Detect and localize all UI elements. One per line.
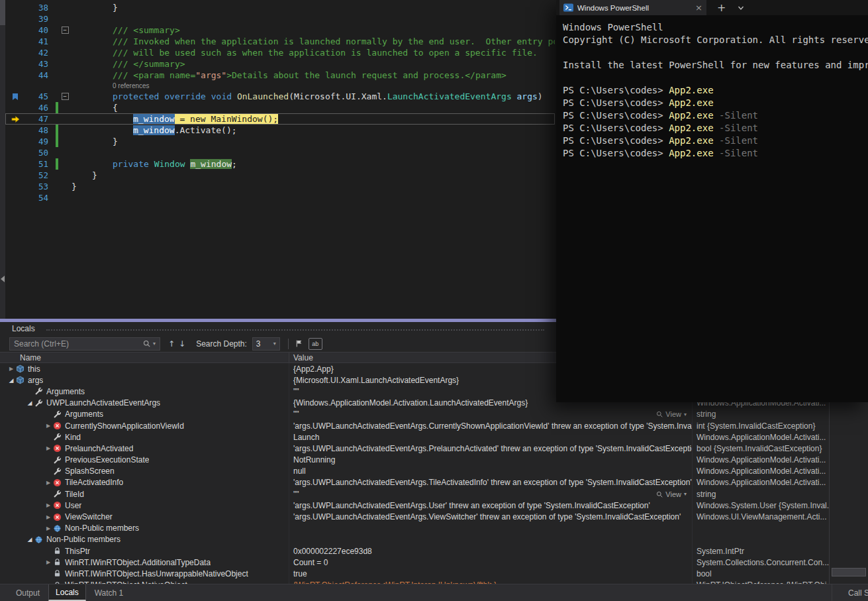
locals-row[interactable]: ▶WinRT.IWinRTObject.AdditionalTypeDataCo… [0, 557, 829, 568]
expand-arrow-icon[interactable]: ▶ [44, 445, 53, 451]
bookmark-icon[interactable] [5, 91, 25, 102]
pane-splitter[interactable] [0, 319, 556, 322]
tab-locals[interactable]: Locals [48, 584, 86, 601]
line-number[interactable]: 40 [25, 25, 50, 36]
line-number[interactable]: 45 [25, 91, 50, 102]
locals-row[interactable]: ▶Non-Public members [0, 523, 829, 534]
scrollbar-thumb[interactable] [0, 0, 5, 25]
expand-arrow-icon[interactable]: ▶ [44, 514, 53, 520]
fold-marker[interactable]: − [62, 27, 69, 34]
chevron-down-icon[interactable]: ▾ [153, 341, 156, 347]
left-scrollbar-strip[interactable] [0, 0, 5, 319]
breakpoint-margin[interactable] [5, 125, 25, 136]
scrollbar-thumb[interactable] [832, 568, 866, 576]
view-button[interactable]: View▾ [652, 488, 687, 500]
locals-row[interactable]: TileId""View▾string [0, 488, 829, 500]
line-number[interactable]: 53 [25, 181, 50, 192]
locals-row[interactable]: ▶User'args.UWPLaunchActivatedEventArgs.U… [0, 500, 829, 511]
search-depth-select[interactable]: 3 ▾ [252, 337, 280, 351]
panel-drag-handle[interactable] [46, 329, 544, 331]
tab-watch-1[interactable]: Watch 1 [88, 584, 130, 601]
line-number[interactable]: 42 [25, 47, 50, 58]
terminal-output[interactable]: Windows PowerShellCopyright (C) Microsof… [556, 15, 868, 402]
breakpoint-margin[interactable] [5, 13, 25, 25]
line-number[interactable]: 38 [25, 2, 50, 13]
fold-marker[interactable]: − [62, 93, 69, 100]
variable-value[interactable]: Launch [289, 431, 693, 443]
variable-value[interactable]: 'args.UWPLaunchActivatedEventArgs.User' … [289, 500, 693, 511]
line-number[interactable]: 43 [25, 58, 50, 70]
breakpoint-margin[interactable] [5, 70, 25, 81]
expand-arrow-icon[interactable]: ▶ [44, 480, 53, 486]
tab-close-icon[interactable]: × [695, 3, 702, 13]
locals-row[interactable]: ThisPtr0x000002227ece93d8System.IntPtr [0, 545, 829, 557]
variable-value[interactable]: NotRunning [289, 455, 693, 466]
breakpoint-margin[interactable] [5, 47, 25, 58]
breakpoint-margin[interactable] [5, 181, 25, 192]
breakpoint-margin[interactable] [5, 136, 25, 147]
line-number[interactable]: 46 [25, 102, 50, 113]
variable-value[interactable]: Count = 0 [289, 557, 693, 568]
search-input[interactable]: Search (Ctrl+E) ▾ [9, 337, 160, 351]
terminal-tab-bar[interactable]: Windows PowerShell × + [556, 0, 868, 15]
breakpoint-margin[interactable] [5, 170, 25, 181]
line-number[interactable]: 48 [25, 125, 50, 136]
locals-row[interactable]: ▶PrelaunchActivated'args.UWPLaunchActiva… [0, 443, 829, 454]
codelens-references[interactable]: 0 references [5, 81, 555, 91]
variable-value[interactable]: true [289, 568, 693, 579]
view-button[interactable]: View▾ [652, 409, 687, 420]
locals-row[interactable]: WinRT.IWinRTObject.HasUnwrappableNativeO… [0, 568, 829, 579]
splitter-collapse-icon[interactable] [1, 276, 5, 282]
search-next-icon[interactable]: ↓ [179, 339, 185, 349]
line-number[interactable]: 50 [25, 147, 50, 158]
locals-row[interactable]: ◢Non-Public members [0, 534, 829, 545]
line-number[interactable]: 52 [25, 170, 50, 181]
powershell-window[interactable]: Windows PowerShell × + Windows PowerShel… [556, 0, 868, 402]
breakpoint-margin[interactable] [5, 192, 25, 203]
line-number[interactable]: 49 [25, 136, 50, 147]
variable-value[interactable]: 'args.UWPLaunchActivatedEventArgs.Prelau… [289, 443, 693, 454]
expand-arrow-icon[interactable]: ▶ [44, 423, 53, 429]
locals-row[interactable]: ▶TileActivatedInfo'args.UWPLaunchActivat… [0, 477, 829, 488]
column-header-name[interactable]: Name [0, 353, 289, 362]
terminal-tab[interactable]: Windows PowerShell × [559, 0, 706, 15]
collapse-arrow-icon[interactable]: ◢ [25, 536, 34, 543]
breakpoint-margin[interactable] [5, 25, 25, 36]
expand-arrow-icon[interactable]: ▶ [44, 502, 53, 508]
variable-value[interactable]: ""View▾ [289, 488, 693, 500]
tab-call-stack[interactable]: Call Stack [832, 584, 868, 601]
breakpoint-margin[interactable] [5, 158, 25, 170]
variable-value[interactable]: 0x000002227ece93d8 [289, 545, 693, 557]
variable-value[interactable]: 'args.UWPLaunchActivatedEventArgs.ViewSw… [289, 511, 693, 522]
line-number[interactable]: 51 [25, 158, 50, 170]
search-previous-icon[interactable]: ↑ [168, 339, 175, 349]
text-visualizer-icon[interactable]: ab [309, 338, 322, 350]
expand-arrow-icon[interactable]: ▶ [44, 525, 53, 531]
breakpoint-margin[interactable] [5, 2, 25, 13]
line-number[interactable]: 41 [25, 36, 50, 47]
collapse-arrow-icon[interactable]: ◢ [25, 400, 34, 406]
variable-value[interactable]: null [289, 466, 693, 477]
locals-row[interactable]: PreviousExecutionStateNotRunningWindows.… [0, 455, 829, 466]
variable-value[interactable] [289, 523, 693, 534]
collapse-arrow-icon[interactable]: ◢ [7, 377, 16, 384]
locals-row[interactable]: KindLaunchWindows.ApplicationModel.Activ… [0, 431, 829, 443]
breakpoint-margin[interactable] [5, 147, 25, 158]
locals-row[interactable]: ▶CurrentlyShownApplicationViewId'args.UW… [0, 420, 829, 431]
variable-value[interactable] [289, 534, 693, 545]
line-number[interactable]: 47 [25, 113, 50, 125]
expand-arrow-icon[interactable]: ▶ [44, 559, 53, 565]
new-tab-icon[interactable]: + [717, 1, 726, 14]
locals-row[interactable]: Arguments""View▾string [0, 409, 829, 420]
line-number[interactable]: 39 [25, 13, 50, 25]
variable-value[interactable]: 'args.UWPLaunchActivatedEventArgs.TileAc… [289, 477, 693, 488]
breakpoint-margin[interactable] [5, 58, 25, 70]
breakpoint-margin[interactable] [5, 102, 25, 113]
breakpoint-margin[interactable] [5, 36, 25, 47]
expand-arrow-icon[interactable]: ▶ [7, 366, 16, 372]
variable-value[interactable]: ""View▾ [289, 409, 693, 420]
current-statement-arrow-icon[interactable] [5, 113, 25, 125]
variable-value[interactable]: 'args.UWPLaunchActivatedEventArgs.Curren… [289, 420, 693, 431]
line-number[interactable]: 44 [25, 70, 50, 81]
flag-toggle-icon[interactable] [295, 339, 303, 348]
